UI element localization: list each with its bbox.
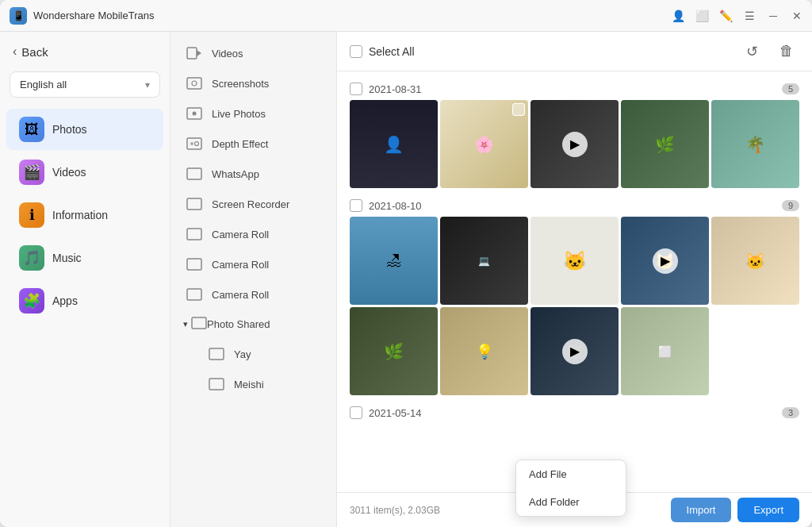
category-screenshots[interactable]: Screenshots <box>170 68 336 98</box>
date-group-2-label: 2021-08-10 <box>369 200 422 212</box>
photo-cell[interactable]: ⬜ <box>621 307 709 395</box>
export-button[interactable]: Export <box>737 498 799 522</box>
window-controls: 👤 ⬜ ✏️ ☰ ─ ✕ <box>672 10 802 21</box>
photo-cell[interactable]: ▶ ▶ <box>530 100 619 188</box>
photo-cell[interactable]: 🐱 ▶ <box>621 217 709 305</box>
category-panel: Videos Screenshots Live Photos Depth Eff… <box>170 32 337 527</box>
sidebar-item-music[interactable]: 🎵 Music <box>6 237 163 279</box>
photo-cell[interactable]: 🐱 <box>711 217 799 305</box>
content-area: Select All ↺ 🗑 2021-08-31 <box>337 32 812 527</box>
category-camera-roll-1-label: Camera Roll <box>212 229 269 240</box>
category-videos-label: Videos <box>212 48 243 60</box>
apps-icon: 🧩 <box>19 288 44 314</box>
date-header-1: 2021-08-31 5 <box>350 78 799 100</box>
sidebar-item-videos[interactable]: 🎬 Videos <box>6 152 163 193</box>
edit-icon[interactable]: ✏️ <box>720 10 731 21</box>
camera-roll-2-icon <box>183 256 205 272</box>
category-camera-roll-3[interactable]: Camera Roll <box>170 279 336 310</box>
device-selector[interactable]: English all ▾ <box>10 71 160 98</box>
sidebar-item-photos[interactable]: 🖼 Photos <box>6 109 163 150</box>
category-camera-roll-3-label: Camera Roll <box>212 289 269 301</box>
category-screen-recorder-label: Screen Recorder <box>212 198 289 210</box>
back-button[interactable]: ‹ Back <box>0 38 170 65</box>
import-button[interactable]: Import <box>671 498 732 522</box>
screen-recorder-cat-icon <box>183 196 205 212</box>
photos-icon: 🖼 <box>19 117 44 142</box>
svg-rect-14 <box>192 317 206 329</box>
delete-button[interactable]: 🗑 <box>774 39 799 64</box>
videos-nav-icon: 🎬 <box>19 160 44 185</box>
add-dropdown-menu: Add File Add Folder <box>515 460 626 517</box>
photo-cell[interactable]: 🏖 <box>350 217 438 305</box>
date-header-3: 2021-05-14 3 <box>350 402 799 424</box>
svg-point-5 <box>193 112 197 116</box>
photo-cell[interactable]: 🌸 <box>440 100 528 188</box>
nav-items: 🖼 Photos 🎬 Videos ℹ Information 🎵 Music … <box>0 104 170 326</box>
action-buttons: Import Export <box>671 498 799 522</box>
back-arrow-icon: ‹ <box>13 44 17 59</box>
photo-cell[interactable]: 🐱 <box>530 217 619 305</box>
refresh-button[interactable]: ↺ <box>739 39 764 64</box>
date-group-2: 2021-08-10 9 🏖 💻 🐱 <box>350 194 799 395</box>
category-depth-effect[interactable]: Depth Effect <box>170 129 336 159</box>
sidebar-item-videos-label: Videos <box>52 166 86 179</box>
date-group-2-checkbox[interactable] <box>350 199 362 212</box>
photo-shared-arrow-icon: ▾ <box>183 319 188 329</box>
category-camera-roll-2[interactable]: Camera Roll <box>170 249 336 279</box>
category-camera-roll-1[interactable]: Camera Roll <box>170 219 336 249</box>
information-icon: ℹ <box>19 202 44 228</box>
play-button-2[interactable]: ▶ <box>621 217 709 305</box>
category-whatsapp[interactable]: WhatsApp <box>170 159 336 189</box>
camera-roll-1-icon <box>183 226 205 242</box>
photo-cell[interactable]: 💻 <box>440 217 528 305</box>
date-group-2-count: 9 <box>782 200 799 211</box>
toolbar-right: ↺ 🗑 <box>739 39 799 64</box>
select-all-label: Select All <box>369 45 415 58</box>
sidebar-item-apps[interactable]: 🧩 Apps <box>6 280 163 321</box>
category-meishi[interactable]: Meishi <box>193 369 336 399</box>
date-group-3-checkbox[interactable] <box>350 406 362 419</box>
category-yay[interactable]: Yay <box>193 339 336 369</box>
select-corner <box>512 103 525 116</box>
photo-shared-sub-items: Yay Meishi <box>170 339 336 399</box>
minimize-icon[interactable]: ─ <box>768 10 779 21</box>
category-videos[interactable]: Videos <box>170 38 336 68</box>
date-group-1: 2021-08-31 5 👤 🌸 ▶ <box>350 78 799 188</box>
photo-cell[interactable]: 🌿 <box>621 100 709 188</box>
sidebar-item-photos-label: Photos <box>52 123 87 136</box>
add-file-item[interactable]: Add File <box>516 460 626 488</box>
svg-rect-16 <box>209 379 224 390</box>
sidebar-item-music-label: Music <box>52 252 82 264</box>
play-button[interactable]: ▶ <box>530 100 619 188</box>
app-icon: 📱 <box>10 7 27 25</box>
sidebar-item-information[interactable]: ℹ Information <box>6 194 163 236</box>
category-depth-effect-label: Depth Effect <box>212 138 268 150</box>
menu-icon[interactable]: ☰ <box>744 10 755 21</box>
sidebar-item-apps-label: Apps <box>52 294 78 307</box>
category-screen-recorder[interactable]: Screen Recorder <box>170 189 336 219</box>
chevron-down-icon: ▾ <box>145 79 150 90</box>
photo-cell[interactable]: 💡 <box>440 307 528 395</box>
photo-cell[interactable]: 🌴 <box>711 100 799 188</box>
svg-marker-1 <box>197 50 201 56</box>
play-circle-icon-2: ▶ <box>653 248 678 274</box>
close-icon[interactable]: ✕ <box>791 10 802 21</box>
category-screenshots-label: Screenshots <box>212 78 269 90</box>
profile-icon[interactable]: 👤 <box>672 10 684 21</box>
play-button-3[interactable]: ▶ <box>530 307 619 395</box>
content-toolbar: Select All ↺ 🗑 <box>337 32 812 71</box>
date-group-1-label: 2021-08-31 <box>369 83 422 95</box>
date-group-1-checkbox[interactable] <box>350 83 362 95</box>
photo-shared-section[interactable]: ▾ Photo Shared <box>170 310 336 339</box>
photo-cell[interactable]: 🌿 <box>350 307 438 395</box>
photo-cell[interactable]: 👤 <box>350 100 438 188</box>
add-folder-item[interactable]: Add Folder <box>516 488 626 516</box>
app-title: Wondershare MobileTrans <box>33 10 672 21</box>
live-photos-cat-icon <box>183 106 205 121</box>
category-live-photos[interactable]: Live Photos <box>170 98 336 129</box>
left-sidebar: ‹ Back English all ▾ 🖼 Photos 🎬 Videos ℹ <box>0 32 170 527</box>
select-all-checkbox[interactable] <box>350 45 362 58</box>
category-live-photos-label: Live Photos <box>212 108 266 120</box>
window-icon[interactable]: ⬜ <box>696 10 707 21</box>
photo-cell[interactable]: ⬛ ▶ <box>530 307 619 395</box>
